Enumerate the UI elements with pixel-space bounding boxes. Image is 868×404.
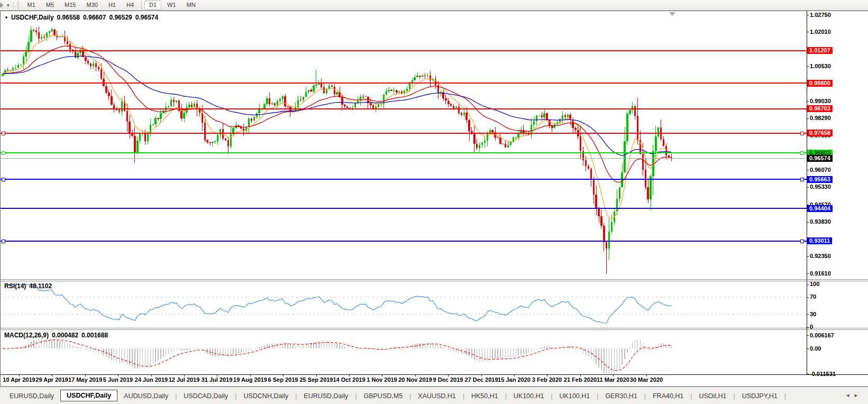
rsi-separator[interactable] bbox=[0, 279, 868, 280]
date-tick-label: 24 Jun 2019 bbox=[135, 377, 168, 383]
horizontal-lines-layer[interactable] bbox=[0, 51, 807, 243]
symbol-period-label: USDCHF,Daily bbox=[11, 14, 54, 21]
date-tick-label: 29 Apr 2019 bbox=[35, 377, 68, 383]
current-price-badge: 0.96574 bbox=[807, 155, 833, 162]
tab-usdcad-daily[interactable]: USDCAD,Daily bbox=[177, 390, 234, 402]
toolbar-separator bbox=[13, 2, 14, 9]
timeframe-button-mn[interactable]: MN bbox=[182, 1, 200, 10]
tab-eurusd-daily[interactable]: EURUSD,Daily bbox=[3, 390, 60, 402]
price-tick-label: 0.99030 bbox=[810, 98, 831, 105]
line-handle[interactable] bbox=[2, 240, 5, 243]
tab-scroll-right-icon[interactable]: ▸ bbox=[854, 392, 863, 398]
timeframe-button-w1[interactable]: W1 bbox=[162, 1, 181, 10]
rsi-tick-label: 100 bbox=[810, 281, 819, 288]
chart-title: ▼USDCHF,Daily0.965580.966070.965290.9657… bbox=[4, 14, 158, 21]
tab-scroll-left-icon[interactable]: ◂ bbox=[846, 392, 855, 398]
level-price-badge: 0.95663 bbox=[807, 176, 833, 183]
timeframe-button-h4[interactable]: H4 bbox=[122, 1, 139, 10]
date-tick-label: 11 Mar 2020 bbox=[597, 377, 629, 383]
timeframe-button-h1[interactable]: H1 bbox=[104, 1, 121, 10]
price-tick-label: 0.92350 bbox=[810, 253, 831, 260]
tab-xauusd-h1[interactable]: XAUUSD,H1 bbox=[412, 390, 462, 402]
tab-eurusd-daily[interactable]: EURUSD,Daily bbox=[297, 390, 354, 402]
price-tick-label: 0.91610 bbox=[810, 270, 831, 277]
rsi-name: RSI(14) bbox=[4, 282, 26, 290]
chart-canvas[interactable] bbox=[0, 11, 868, 387]
line-handle[interactable] bbox=[800, 240, 803, 243]
tab-uk100-h1[interactable]: UK100,H1 bbox=[507, 390, 551, 402]
tab-usdcnh-daily[interactable]: USDCNH,Daily bbox=[237, 390, 295, 402]
timeframe-button-m30[interactable]: M30 bbox=[82, 1, 103, 10]
date-tick-label: 21 Feb 2020 bbox=[564, 377, 597, 383]
tab-usdchf-daily[interactable]: USDCHF,Daily bbox=[60, 390, 117, 401]
chevron-down-icon[interactable]: ▾ bbox=[7, 3, 10, 8]
date-tick-label: 30 Mar 2020 bbox=[630, 377, 663, 383]
ohlc-low: 0.96529 bbox=[109, 14, 132, 21]
tab-usdjpy-h1[interactable]: USDJPY,H1 bbox=[736, 390, 784, 402]
rsi-separator2 bbox=[0, 281, 868, 281]
date-tick-label: 14 Oct 2019 bbox=[333, 377, 365, 383]
price-tick-label: 1.00530 bbox=[810, 63, 831, 70]
price-tick-mark bbox=[807, 101, 809, 102]
tab-hk50-h1[interactable]: HK50,H1 bbox=[465, 390, 505, 402]
timeframe-button-m5[interactable]: M5 bbox=[41, 1, 59, 10]
line-handle[interactable] bbox=[2, 151, 5, 154]
level-price-badge: 0.98703 bbox=[807, 105, 833, 112]
macd-tick-mark bbox=[807, 374, 809, 374]
tab-usoil-h1[interactable]: USOil,H1 bbox=[692, 390, 733, 402]
line-handle[interactable] bbox=[800, 132, 803, 135]
date-tick-label: 17 May 2019 bbox=[68, 377, 102, 383]
date-tick-label: 12 Jul 2019 bbox=[169, 377, 200, 383]
tab-ger30-h1[interactable]: GER30,H1 bbox=[599, 390, 643, 402]
ohlc-high: 0.96607 bbox=[83, 14, 106, 21]
price-axis-border bbox=[807, 11, 807, 375]
collapse-triangle-icon[interactable]: ▼ bbox=[4, 15, 8, 20]
rsi-label: RSI(14)48.1102 bbox=[4, 282, 52, 290]
price-tick-label: 1.02750 bbox=[810, 12, 831, 19]
date-tick-label: 20 Nov 2019 bbox=[398, 377, 432, 383]
price-tick-mark bbox=[807, 32, 809, 32]
rsi-tick-mark bbox=[807, 284, 809, 285]
chart-left-border bbox=[0, 11, 1, 387]
price-tick-label: 0.93830 bbox=[810, 218, 831, 225]
timeframe-button-m15[interactable]: M15 bbox=[60, 1, 80, 10]
date-tick-label: 5 Jun 2019 bbox=[103, 377, 133, 383]
timeframe-button-m1[interactable]: M1 bbox=[23, 1, 40, 10]
price-tick-label: 0.95330 bbox=[810, 183, 831, 190]
line-handle[interactable] bbox=[2, 132, 5, 135]
price-tick-label: 1.02010 bbox=[810, 29, 831, 35]
level-price-badge: 0.93011 bbox=[807, 237, 832, 244]
tab-uk100-h1[interactable]: UK100,H1 bbox=[553, 390, 597, 402]
macd-separator[interactable] bbox=[0, 328, 868, 328]
line-handle[interactable] bbox=[800, 178, 803, 181]
line-handle[interactable] bbox=[2, 178, 5, 181]
macd-tick-mark bbox=[807, 335, 809, 336]
price-tick-mark bbox=[807, 222, 809, 223]
price-tick-mark bbox=[807, 118, 809, 119]
macd-tick-mark bbox=[807, 348, 809, 349]
macd-tick-label: 0.00 bbox=[810, 345, 821, 352]
chart-tab-bar: EURUSD,DailyUSDCHF,DailyAUDUSD,Daily|USD… bbox=[0, 387, 868, 404]
price-tick-mark bbox=[807, 187, 809, 188]
cursor-tool-icon[interactable]: ✛ bbox=[0, 2, 7, 9]
line-handle[interactable] bbox=[800, 151, 803, 154]
tab-gbpusd-m5[interactable]: GBPUSD,M5 bbox=[357, 390, 409, 402]
toolbar-grip[interactable] bbox=[17, 2, 19, 8]
rsi-tick-label: 70 bbox=[810, 293, 816, 300]
macd-separator2 bbox=[0, 329, 868, 330]
macd-value: 0.000482 bbox=[52, 332, 78, 339]
last-bar-marker-icon bbox=[669, 12, 675, 16]
chart-tabs: EURUSD,DailyUSDCHF,DailyAUDUSD,Daily|USD… bbox=[0, 390, 787, 402]
date-tick-label: 1 Nov 2019 bbox=[367, 377, 397, 383]
tab-fra40-h1[interactable]: FRA40,H1 bbox=[646, 390, 690, 402]
date-tick-label: 25 Sep 2019 bbox=[300, 377, 333, 383]
timeframe-button-d1[interactable]: D1 bbox=[144, 1, 161, 10]
macd-name: MACD(12,26,9) bbox=[4, 332, 49, 339]
tab-audusd-daily[interactable]: AUDUSD,Daily bbox=[117, 390, 175, 402]
macd-signal-value: 0.001688 bbox=[81, 332, 108, 339]
level-price-badge: 0.97658 bbox=[807, 130, 833, 136]
rsi-tick-mark bbox=[807, 314, 809, 315]
rsi-tick-mark bbox=[807, 327, 809, 328]
ma-fast-line bbox=[3, 35, 671, 219]
macd-label: MACD(12,26,9)0.0004820.001688 bbox=[4, 332, 108, 339]
